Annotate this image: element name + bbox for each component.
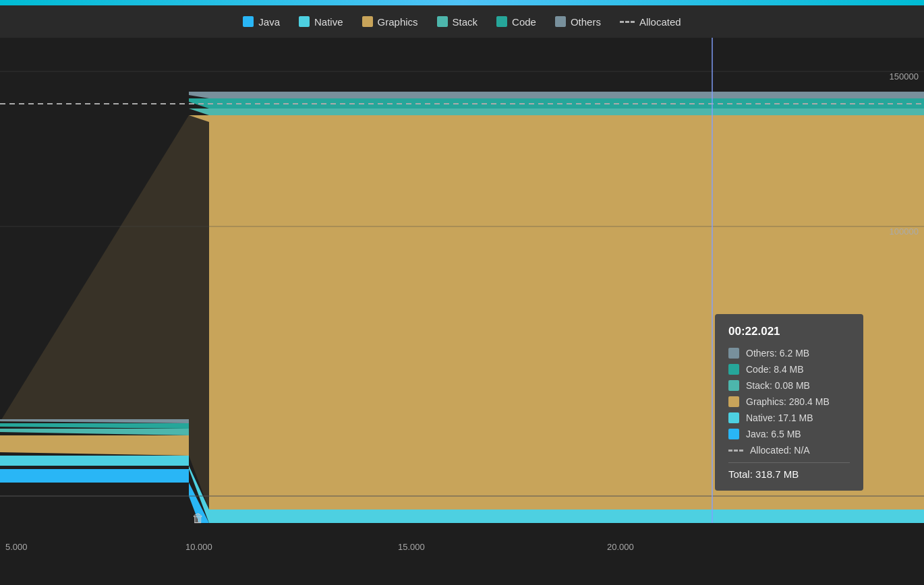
legend-item-graphics: Graphics <box>362 16 418 28</box>
legend-label-code: Code <box>512 16 536 28</box>
tooltip: 00:22.021 Others: 6.2 MBCode: 8.4 MBStac… <box>715 314 863 491</box>
tooltip-row-graphics: Graphics: 280.4 MB <box>728 396 850 407</box>
tooltip-row-allocated: Allocated: N/A <box>728 445 850 456</box>
svg-marker-6 <box>189 109 924 115</box>
legend-color-stack <box>437 16 448 27</box>
top-bar <box>0 0 924 5</box>
tooltip-label-stack: Stack: 0.08 MB <box>746 380 810 391</box>
tooltip-color-others <box>728 348 739 359</box>
legend-item-native: Native <box>299 16 343 28</box>
legend-item-code: Code <box>496 16 536 28</box>
tooltip-row-code: Code: 8.4 MB <box>728 364 850 375</box>
legend-item-java: Java <box>243 16 280 28</box>
x-label-10000: 10.000 <box>185 542 212 552</box>
trash-icon[interactable]: 🗑 <box>192 512 204 526</box>
tooltip-label-allocated: Allocated: N/A <box>750 445 810 456</box>
tooltip-label-native: Native: 17.1 MB <box>746 412 813 423</box>
chart-area: 150000 100000 🗑 00:22.021 Others: 6.2 MB… <box>0 38 924 555</box>
legend-label-stack: Stack <box>453 16 478 28</box>
tooltip-color-stack <box>728 380 739 391</box>
x-label-15000: 15.000 <box>398 542 425 552</box>
y-label-150000: 150000 <box>890 71 919 82</box>
tooltip-color-allocated <box>728 450 743 452</box>
legend-color-code <box>496 16 507 27</box>
x-label-5000: 5.000 <box>5 542 28 552</box>
legend-color-graphics <box>362 16 373 27</box>
legend-bar: JavaNativeGraphicsStackCodeOthersAllocat… <box>0 5 924 38</box>
legend-color-allocated <box>620 21 635 23</box>
legend-label-graphics: Graphics <box>378 16 418 28</box>
tooltip-label-code: Code: 8.4 MB <box>746 364 804 375</box>
tooltip-row-native: Native: 17.1 MB <box>728 412 850 423</box>
legend-item-allocated: Allocated <box>620 16 681 28</box>
tooltip-label-others: Others: 6.2 MB <box>746 348 809 359</box>
svg-marker-10 <box>189 92 924 98</box>
tooltip-row-stack: Stack: 0.08 MB <box>728 380 850 391</box>
x-label-20000: 20.000 <box>607 542 634 552</box>
tooltip-total: Total: 318.7 MB <box>728 462 850 480</box>
tooltip-row-java: Java: 6.5 MB <box>728 429 850 439</box>
legend-color-others <box>555 16 566 27</box>
tooltip-label-graphics: Graphics: 280.4 MB <box>746 396 830 407</box>
legend-label-native: Native <box>314 16 343 28</box>
tooltip-row-others: Others: 6.2 MB <box>728 348 850 359</box>
legend-color-native <box>299 16 310 27</box>
legend-label-others: Others <box>571 16 601 28</box>
y-label-100000: 100000 <box>890 226 919 237</box>
svg-marker-5 <box>0 435 189 456</box>
tooltip-color-graphics <box>728 396 739 407</box>
legend-color-java <box>243 16 254 27</box>
legend-item-others: Others <box>555 16 601 28</box>
tooltip-color-java <box>728 429 739 439</box>
legend-label-java: Java <box>258 16 280 28</box>
tooltip-color-code <box>728 364 739 375</box>
tooltip-time: 00:22.021 <box>728 325 850 338</box>
cursor-line <box>712 38 713 523</box>
legend-label-allocated: Allocated <box>639 16 681 28</box>
tooltip-label-java: Java: 6.5 MB <box>746 429 801 439</box>
legend-item-stack: Stack <box>437 16 478 28</box>
tooltip-color-native <box>728 412 739 423</box>
